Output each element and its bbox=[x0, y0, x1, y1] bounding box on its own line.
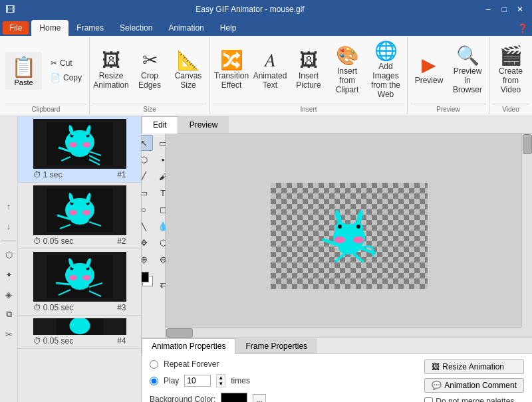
preview-buttons: ▶ Preview 🔍 Preview in Browser bbox=[410, 39, 486, 102]
tab-selection[interactable]: Selection bbox=[112, 20, 160, 36]
frame-item[interactable]: ⏱ 0.05 sec #3 bbox=[18, 249, 141, 316]
edit-tabs: Edit Preview bbox=[142, 116, 532, 134]
comment-icon: 💬 bbox=[432, 381, 442, 390]
play-times-down[interactable]: ▼ bbox=[217, 381, 225, 387]
size-group: 🖼 Resize Animation ✂ Crop Edges 📐 Canvas… bbox=[90, 37, 210, 114]
zoom-in-tool[interactable]: ⊕ bbox=[142, 251, 153, 267]
picture-icon: 🖼 bbox=[299, 51, 318, 70]
svg-point-49 bbox=[81, 318, 88, 325]
insert-picture-button[interactable]: 🖼 Insert Picture bbox=[290, 48, 327, 93]
rect-tool[interactable]: ▭ bbox=[142, 185, 153, 201]
gif-canvas bbox=[271, 183, 428, 289]
clipboard-group: 📋 Paste ✂ Cut 📄 Copy Clipboard bbox=[3, 37, 90, 114]
tab-animation[interactable]: Animation bbox=[160, 20, 211, 36]
side-tool-3[interactable]: ◈ bbox=[1, 287, 16, 302]
play-label: Play bbox=[164, 376, 179, 385]
properties-panel: Animation Properties Frame Properties Re… bbox=[142, 338, 532, 402]
play-times-input[interactable] bbox=[184, 375, 211, 387]
insert-group: 🔀 Transition Effect 𝐴 Animated Text 🖼 In… bbox=[210, 37, 408, 114]
copy-button[interactable]: 📄 Copy bbox=[46, 71, 86, 84]
side-tool-up[interactable]: ↑ bbox=[1, 199, 16, 213]
clipboard-buttons: 📋 Paste ✂ Cut 📄 Copy bbox=[5, 39, 86, 102]
preview-button[interactable]: ▶ Preview bbox=[410, 49, 448, 92]
svg-point-54 bbox=[356, 225, 360, 229]
prop-tab-frame[interactable]: Frame Properties bbox=[235, 338, 317, 353]
preview-icon: ▶ bbox=[422, 56, 436, 74]
vscrollbar-thumb[interactable] bbox=[523, 134, 532, 154]
tab-file[interactable]: File bbox=[3, 21, 29, 35]
paste-button[interactable]: 📋 Paste bbox=[5, 52, 42, 90]
tab-edit[interactable]: Edit bbox=[142, 116, 178, 134]
frame-list: ⏱ 1 sec #1 bbox=[18, 116, 142, 402]
animated-text-button[interactable]: 𝐴 Animated Text bbox=[251, 48, 289, 93]
editor-body: ↖ ▭ ⬡ ▪ ╱ 🖌 ▭ T ○ ◻ bbox=[142, 134, 532, 338]
resize-animation-button[interactable]: 🖼 Resize Animation bbox=[92, 48, 130, 93]
browser-icon: 🔍 bbox=[456, 47, 479, 65]
tab-home[interactable]: Home bbox=[31, 20, 68, 36]
select-tool[interactable]: ↖ bbox=[142, 135, 153, 151]
cut-button[interactable]: ✂ Cut bbox=[46, 56, 86, 70]
tab-frames[interactable]: Frames bbox=[68, 20, 112, 36]
side-tool-4[interactable]: ⧉ bbox=[1, 307, 16, 322]
preview-browser-button[interactable]: 🔍 Preview in Browser bbox=[449, 43, 486, 98]
tool-palette: ↖ ▭ ⬡ ▪ ╱ 🖌 ▭ T ○ ◻ bbox=[142, 134, 166, 338]
insert-clipart-button[interactable]: 🎨 Insert from Clipart bbox=[329, 43, 366, 98]
video-group: 🎬 Create from Video Video bbox=[489, 37, 532, 114]
side-tool-down[interactable]: ↓ bbox=[1, 219, 16, 233]
bg-color-picker[interactable] bbox=[221, 393, 247, 402]
create-video-button[interactable]: 🎬 Create from Video bbox=[492, 43, 529, 98]
main-area: ↑ ↓ ⬡ ✦ ◈ ⧉ ✂ bbox=[0, 116, 532, 402]
lasso-tool[interactable]: ⬡ bbox=[142, 151, 153, 167]
hscrollbar-thumb[interactable] bbox=[166, 328, 193, 338]
animation-comment-button[interactable]: 💬 Animation Comment bbox=[424, 378, 524, 393]
tab-help[interactable]: Help bbox=[212, 20, 245, 36]
maximize-button[interactable]: □ bbox=[497, 3, 511, 15]
video-label: Video bbox=[492, 104, 529, 113]
video-icon: 🎬 bbox=[499, 47, 523, 65]
bg-color-more-button[interactable]: ... bbox=[253, 394, 265, 402]
help-icon[interactable]: ❓ bbox=[513, 22, 532, 35]
canvas-size-button[interactable]: 📐 Canvas Size bbox=[170, 48, 207, 93]
canvas-hscrollbar[interactable] bbox=[166, 327, 521, 338]
side-tool-2[interactable]: ✦ bbox=[1, 267, 16, 282]
resize-animation-prop-button[interactable]: 🖼 Resize Animation bbox=[424, 359, 524, 374]
ellipse-tool[interactable]: ○ bbox=[142, 201, 153, 217]
bg-color-label: Background Color: bbox=[150, 395, 215, 402]
line-tool[interactable]: ╲ bbox=[142, 218, 153, 234]
repeat-forever-radio[interactable] bbox=[150, 360, 158, 369]
frame-item[interactable]: ⏱ 1 sec #1 bbox=[18, 116, 141, 183]
transition-icon: 🔀 bbox=[220, 51, 243, 70]
preview-label: Preview bbox=[410, 104, 486, 113]
svg-line-42 bbox=[56, 283, 70, 284]
prop-tab-animation[interactable]: Animation Properties bbox=[142, 338, 235, 354]
frame-item[interactable]: ⏱ 0.05 sec #2 bbox=[18, 183, 141, 249]
side-tool-1[interactable]: ⬡ bbox=[1, 247, 16, 262]
minimize-button[interactable]: – bbox=[481, 3, 495, 15]
add-web-images-button[interactable]: 🌐 Add Images from the Web bbox=[367, 39, 404, 102]
fg-color-swatch[interactable] bbox=[142, 272, 149, 282]
frame-item[interactable]: ⏱ 0.05 sec #4 bbox=[18, 316, 141, 349]
svg-point-41 bbox=[70, 279, 89, 290]
pencil-tool[interactable]: ╱ bbox=[142, 168, 153, 184]
play-times-row: Play ▲ ▼ times bbox=[150, 374, 336, 387]
insert-buttons: 🔀 Transition Effect 𝐴 Animated Text 🖼 In… bbox=[213, 39, 404, 102]
copy-icon: 📄 bbox=[51, 73, 61, 82]
svg-line-62 bbox=[336, 254, 344, 261]
play-times-up[interactable]: ▲ bbox=[217, 375, 225, 381]
canvas-area[interactable] bbox=[166, 134, 532, 338]
svg-point-27 bbox=[70, 214, 89, 225]
play-radio[interactable] bbox=[150, 377, 158, 385]
side-tool-5[interactable]: ✂ bbox=[1, 327, 16, 342]
merge-palettes-checkbox[interactable] bbox=[424, 397, 433, 403]
canvas-vscrollbar[interactable] bbox=[521, 134, 532, 327]
tab-preview[interactable]: Preview bbox=[178, 116, 229, 133]
close-button[interactable]: ✕ bbox=[513, 3, 527, 15]
crop-edges-button[interactable]: ✂ Crop Edges bbox=[131, 48, 168, 93]
move-tool[interactable]: ✥ bbox=[142, 235, 153, 251]
svg-line-63 bbox=[354, 254, 362, 261]
ribbon-tabs: File Home Frames Selection Animation Hel… bbox=[0, 19, 532, 36]
ribbon-content: 📋 Paste ✂ Cut 📄 Copy Clipboard bbox=[0, 36, 532, 116]
resize-prop-icon: 🖼 bbox=[432, 362, 440, 371]
side-tools: ↑ ↓ ⬡ ✦ ◈ ⧉ ✂ bbox=[0, 116, 18, 402]
transition-button[interactable]: 🔀 Transition Effect bbox=[213, 48, 250, 93]
